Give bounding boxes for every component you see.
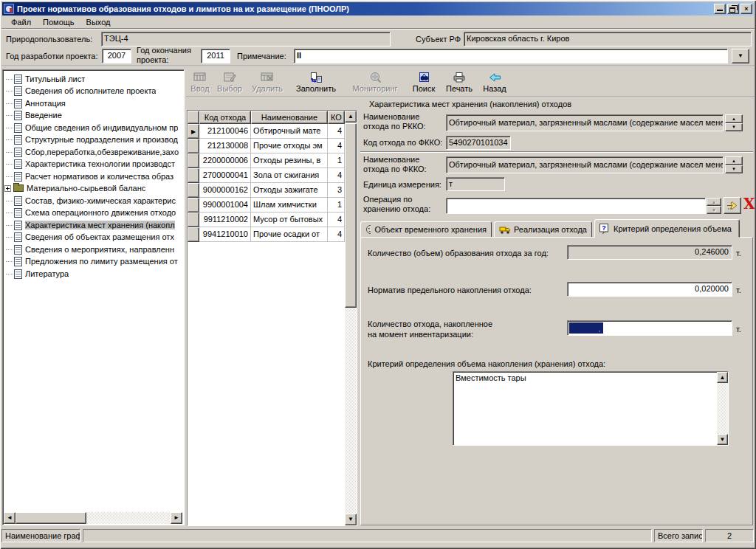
spin-down-button[interactable]: ▼: [725, 123, 743, 132]
table-header-code[interactable]: Код отхода: [199, 111, 251, 124]
year-start-field[interactable]: 2007: [102, 49, 131, 63]
table-header-name[interactable]: Наименование: [251, 111, 328, 124]
status-message-panel: [83, 529, 652, 542]
tree-item-title-page[interactable]: Титульный лист: [6, 73, 85, 85]
fkko-spinner: ▲ ▼: [725, 156, 743, 173]
toolbar-delete-button[interactable]: Удалить: [247, 69, 287, 97]
table-row[interactable]: 212130008 Прочие отходы эм 4: [188, 139, 345, 153]
vscroll-track[interactable]: [717, 383, 728, 434]
scroll-left-button[interactable]: ◄: [4, 512, 16, 524]
document-icon: [14, 208, 22, 218]
table-row[interactable]: 9911210002 Мусор от бытовых 4: [188, 213, 345, 227]
tree-item-norms-calc[interactable]: Расчет нормативов и количества образ: [6, 170, 173, 182]
rkko-name-field[interactable]: Обтирочный материал, загрязненный маслам…: [446, 114, 724, 131]
spin-down-button[interactable]: ▼: [725, 165, 743, 174]
menu-exit[interactable]: Выход: [80, 16, 117, 28]
scroll-up-button[interactable]: ▲: [345, 111, 357, 122]
toolbar-back-button[interactable]: Назад: [479, 69, 510, 97]
criteria-text: Вместимость тары: [456, 373, 526, 382]
spin-up-button[interactable]: ▲: [707, 198, 721, 206]
tree-item-divisions[interactable]: Структурные подразделения и производ: [6, 134, 178, 145]
accumulated-field[interactable]: ,: [567, 320, 732, 336]
note-combo[interactable]: II: [294, 49, 728, 63]
tree-item-intro[interactable]: Введение: [6, 109, 62, 121]
table-header-ko[interactable]: КО: [328, 111, 345, 124]
printer-icon: [453, 70, 466, 84]
scroll-down-button[interactable]: ▼: [345, 514, 357, 525]
tree-item-literature[interactable]: Литература: [6, 268, 69, 280]
year-end-field[interactable]: 2011: [201, 49, 230, 63]
tree-item-annotation[interactable]: Аннотация: [6, 97, 66, 109]
tree-item-technology[interactable]: Характеристика технологии производст: [6, 158, 175, 170]
table-row[interactable]: 9941210010 Прочие осадки от 4: [188, 227, 345, 242]
operation-browse-button[interactable]: [724, 197, 741, 214]
table-row[interactable]: 2700000041 Зола от сжигания 4: [188, 168, 345, 183]
toolbar-print-button[interactable]: Печать: [442, 69, 476, 97]
toolbar-separator: [186, 97, 755, 98]
minimize-button[interactable]: [714, 4, 726, 14]
unit-field[interactable]: т: [446, 177, 505, 191]
fkko-name-field[interactable]: Обтирочный материал, загрязненный маслам…: [446, 156, 724, 173]
status-left-label: Наименование графы:: [1, 529, 80, 542]
tree-item-collection[interactable]: Сбор,переработка,обезвреживание,захо: [6, 146, 179, 158]
form-separator: [1, 66, 755, 67]
fkko-code-field[interactable]: 5490270101034: [446, 136, 511, 150]
toolbar-fill-button[interactable]: Заполнить: [290, 69, 342, 97]
hscroll-thumb[interactable]: [16, 512, 86, 524]
menu-separator: [1, 28, 755, 30]
tree-item-executor[interactable]: Сведения об исполнителе проекта: [6, 85, 156, 97]
note-dropdown-button[interactable]: ▼: [732, 49, 749, 63]
tree-item-general-info[interactable]: Общие сведения об индивидуальном пр: [6, 122, 178, 134]
toolbar-add-button[interactable]: Ввод: [188, 69, 212, 97]
delete-record-icon: [261, 70, 274, 84]
section-header: Характеристика мест хранения (накопления…: [369, 100, 571, 108]
toolbar-select-button[interactable]: Выбор: [215, 69, 244, 97]
scroll-up-button[interactable]: ▲: [717, 372, 728, 383]
criteria-textarea[interactable]: Вместимость тары ▲ ▼: [453, 371, 729, 446]
scroll-right-button[interactable]: ►: [171, 512, 182, 524]
tree-item-composition[interactable]: Состав, физико-химическая характерис: [6, 195, 176, 207]
operation-field[interactable]: [446, 198, 706, 214]
spin-up-button[interactable]: ▲: [725, 114, 743, 123]
table-vscrollbar: ▲ ▼: [345, 111, 357, 525]
tab-volume-criteria[interactable]: ? Критерий определения объема: [594, 219, 740, 238]
menu-file[interactable]: Файл: [5, 16, 37, 28]
arrow-down-icon: ▼: [348, 517, 354, 522]
table-row[interactable]: 2200000006 Отходы резины, в 1: [188, 153, 345, 168]
annual-amount-field[interactable]: 0,246000: [567, 245, 732, 260]
close-icon: ×: [744, 5, 748, 13]
spin-up-button[interactable]: ▲: [725, 156, 743, 165]
operation-clear-button[interactable]: X: [743, 196, 755, 211]
add-record-icon: [193, 70, 207, 84]
document-icon: [14, 232, 22, 242]
subject-field[interactable]: Кировская область г. Киров: [464, 32, 752, 46]
spin-down-button[interactable]: ▼: [707, 206, 721, 214]
fill-icon: [310, 70, 323, 84]
table-row[interactable]: 9900001004 Шлам химчистки 1: [188, 198, 345, 213]
restore-button[interactable]: [727, 4, 739, 14]
tree-item-movement-scheme[interactable]: Схема операционного движения отходо: [6, 207, 176, 218]
toolbar-search-button[interactable]: Поиск: [408, 69, 439, 97]
scroll-down-button[interactable]: ▼: [717, 434, 728, 445]
tab-temp-storage-object[interactable]: Объект временного хранения: [360, 221, 492, 238]
tab-waste-realization[interactable]: Реализация отхода: [494, 221, 592, 238]
tree-item-material-balance[interactable]: Материально-сырьевой баланс: [4, 182, 145, 194]
expand-plus-icon[interactable]: [4, 185, 11, 192]
truck-icon: [499, 225, 510, 235]
toolbar-monitoring-button[interactable]: Мониторинг: [345, 69, 405, 97]
vscroll-thumb[interactable]: [345, 123, 357, 308]
hscroll-track[interactable]: [86, 512, 171, 524]
menu-help[interactable]: Помощь: [37, 16, 80, 28]
tree-item-storage-places[interactable]: Характеристика мест хранения (накопл: [6, 219, 175, 231]
table-row[interactable]: ▶ 212100046 Обтирочный мате 4: [188, 124, 345, 139]
document-icon: [14, 196, 22, 206]
table-row[interactable]: 9000000162 Отходы зажигате 3: [188, 183, 345, 198]
tree-item-disposal-objects[interactable]: Сведения об объектах размещения отх: [6, 231, 174, 243]
tree-item-limit-proposals[interactable]: Предложения по лимиту размещения от: [6, 255, 178, 267]
user-field[interactable]: ТЭЦ-4: [101, 32, 391, 46]
close-button[interactable]: ×: [740, 4, 752, 14]
tree-item-measures[interactable]: Сведения о мероприятиях, направленн: [6, 244, 174, 255]
limit-norm-field[interactable]: 0,020000: [567, 282, 732, 297]
arrow-up-icon: ▲: [348, 114, 354, 120]
arrow-down-icon: ▼: [732, 167, 736, 171]
